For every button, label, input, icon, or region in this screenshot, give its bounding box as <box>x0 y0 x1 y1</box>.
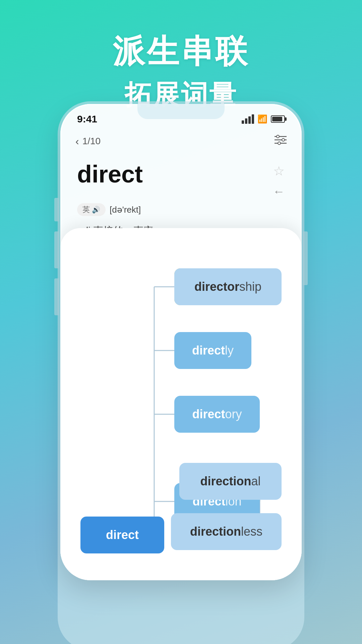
word-action-icons: ☆ ← <box>273 161 285 199</box>
back-icon[interactable]: ← <box>273 184 285 199</box>
svg-point-3 <box>277 135 279 138</box>
header-section: 派生串联 拓展词量 <box>0 0 362 113</box>
node-directorship-word: directorship <box>194 280 261 294</box>
node-directional[interactable]: directional <box>179 463 282 500</box>
filter-icon[interactable] <box>275 135 287 148</box>
phonetic-text: [də'rekt] <box>110 205 141 215</box>
node-directorship[interactable]: directorship <box>174 268 282 305</box>
status-bar: 9:41 📶 <box>60 104 302 128</box>
phone-inner: 9:41 📶 ‹ 1/ <box>60 104 302 580</box>
node-root-word: direct <box>106 528 139 542</box>
side-button-vol-up <box>54 231 59 268</box>
svg-point-4 <box>282 139 285 141</box>
node-directly[interactable]: directly <box>174 332 251 369</box>
node-directly-word: directly <box>192 343 234 358</box>
star-icon[interactable]: ☆ <box>273 164 285 178</box>
lang-label: 英 <box>82 205 90 215</box>
tree-area: director directorship directly <box>60 228 302 580</box>
speaker-icon: 🔊 <box>92 206 100 214</box>
battery-icon <box>271 115 285 123</box>
nav-back[interactable]: ‹ 1/10 <box>75 135 101 148</box>
phonetic-row: 英 🔊 [də'rekt] <box>77 203 285 216</box>
nav-bar: ‹ 1/10 <box>60 128 302 154</box>
tree-card: director directorship directly <box>60 228 302 580</box>
node-directional-word: directional <box>200 474 260 488</box>
nav-progress: 1/10 <box>82 136 101 147</box>
phone-container: 9:41 📶 ‹ 1/ <box>60 104 302 644</box>
node-root[interactable]: direct <box>80 517 164 553</box>
svg-point-5 <box>278 142 281 145</box>
side-button-power <box>303 231 308 285</box>
side-button-mute <box>54 198 59 221</box>
side-button-vol-down <box>54 278 59 315</box>
wifi-icon: 📶 <box>257 114 267 124</box>
back-chevron-icon: ‹ <box>75 135 79 148</box>
word-title: direct <box>77 161 143 187</box>
node-directory[interactable]: directory <box>174 396 260 433</box>
phone-frame: 9:41 📶 ‹ 1/ <box>60 104 302 580</box>
signal-icon <box>242 114 254 124</box>
node-directionless[interactable]: directionless <box>171 513 282 550</box>
status-icons: 📶 <box>242 114 285 124</box>
phonetic-badge[interactable]: 英 🔊 <box>77 203 106 216</box>
header-line1: 派生串联 <box>0 30 362 74</box>
status-time: 9:41 <box>77 113 97 125</box>
node-directory-word: directory <box>192 407 242 421</box>
node-directionless-word: directionless <box>190 525 262 539</box>
word-header: direct ☆ ← <box>77 161 285 199</box>
